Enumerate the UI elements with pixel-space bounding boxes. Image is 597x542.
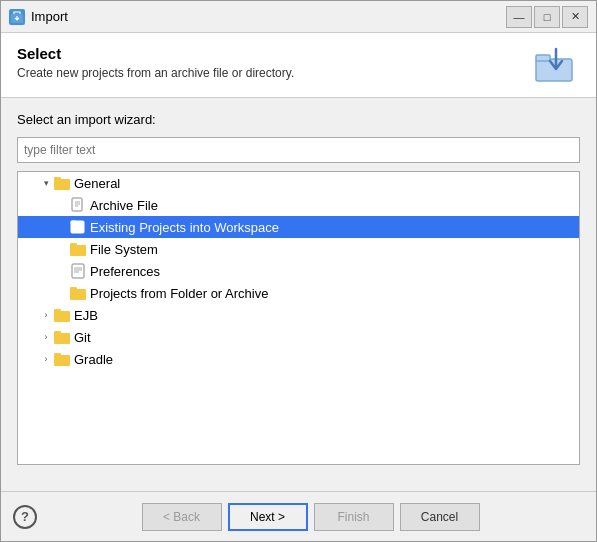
expand-icon-filesystem xyxy=(54,241,70,257)
header-import-icon xyxy=(532,45,580,85)
expand-icon-projects-folder xyxy=(54,285,70,301)
footer: ? < Back Next > Finish Cancel xyxy=(1,491,596,541)
wizard-label: Select an import wizard: xyxy=(17,112,580,127)
tree-item-general[interactable]: ▾ General xyxy=(18,172,579,194)
tree-label-preferences: Preferences xyxy=(90,264,160,279)
footer-spacer xyxy=(1,479,596,491)
tree-label-git: Git xyxy=(74,330,91,345)
folder-icon-ejb xyxy=(54,307,70,323)
tree-item-archive-file[interactable]: Archive File xyxy=(18,194,579,216)
header-title: Select xyxy=(17,45,294,62)
tree-label-existing: Existing Projects into Workspace xyxy=(90,220,279,235)
folder-icon-gradle xyxy=(54,351,70,367)
tree-item-file-system[interactable]: File System xyxy=(18,238,579,260)
svg-rect-9 xyxy=(72,264,84,278)
tree-label-ejb: EJB xyxy=(74,308,98,323)
tree-label-general: General xyxy=(74,176,120,191)
window-controls: — □ ✕ xyxy=(506,6,588,28)
tree-item-gradle[interactable]: › Gradle xyxy=(18,348,579,370)
tree-item-git[interactable]: › Git xyxy=(18,326,579,348)
tree-item-ejb[interactable]: › EJB xyxy=(18,304,579,326)
expand-icon-existing xyxy=(54,219,70,235)
folder-icon-projects xyxy=(70,285,86,301)
folder-icon-git xyxy=(54,329,70,345)
tree-container[interactable]: ▾ General Archive File xyxy=(17,171,580,465)
file-icon-existing xyxy=(70,219,86,235)
expand-icon-git: › xyxy=(38,329,54,345)
import-dialog: Import — □ ✕ Select Create new projects … xyxy=(0,0,597,542)
help-button[interactable]: ? xyxy=(13,505,37,529)
tree-item-preferences[interactable]: Preferences xyxy=(18,260,579,282)
file-icon-preferences xyxy=(70,263,86,279)
tree-item-existing-projects[interactable]: Existing Projects into Workspace xyxy=(18,216,579,238)
finish-button[interactable]: Finish xyxy=(314,503,394,531)
tree-item-projects-folder[interactable]: Projects from Folder or Archive xyxy=(18,282,579,304)
expand-icon-gradle: › xyxy=(38,351,54,367)
window-title: Import xyxy=(31,9,506,24)
content-area: Select an import wizard: ▾ General xyxy=(1,98,596,479)
footer-buttons: < Back Next > Finish Cancel xyxy=(37,503,584,531)
expand-icon-preferences xyxy=(54,263,70,279)
header-text: Select Create new projects from an archi… xyxy=(17,45,294,80)
folder-icon-general xyxy=(54,175,70,191)
close-button[interactable]: ✕ xyxy=(562,6,588,28)
folder-icon-filesystem xyxy=(70,241,86,257)
expand-icon-general: ▾ xyxy=(38,175,54,191)
file-icon-archive xyxy=(70,197,86,213)
svg-rect-1 xyxy=(536,59,572,81)
tree-label-filesystem: File System xyxy=(90,242,158,257)
svg-rect-2 xyxy=(536,55,550,61)
tree-label-projects-folder: Projects from Folder or Archive xyxy=(90,286,268,301)
back-button[interactable]: < Back xyxy=(142,503,222,531)
minimize-button[interactable]: — xyxy=(506,6,532,28)
expand-icon-archive xyxy=(54,197,70,213)
maximize-button[interactable]: □ xyxy=(534,6,560,28)
tree-label-gradle: Gradle xyxy=(74,352,113,367)
window-icon xyxy=(9,9,25,25)
filter-input[interactable] xyxy=(17,137,580,163)
next-button[interactable]: Next > xyxy=(228,503,308,531)
expand-icon-ejb: › xyxy=(38,307,54,323)
svg-rect-8 xyxy=(71,221,76,224)
header-section: Select Create new projects from an archi… xyxy=(1,33,596,98)
title-bar: Import — □ ✕ xyxy=(1,1,596,33)
cancel-button[interactable]: Cancel xyxy=(400,503,480,531)
tree-label-archive: Archive File xyxy=(90,198,158,213)
header-description: Create new projects from an archive file… xyxy=(17,66,294,80)
